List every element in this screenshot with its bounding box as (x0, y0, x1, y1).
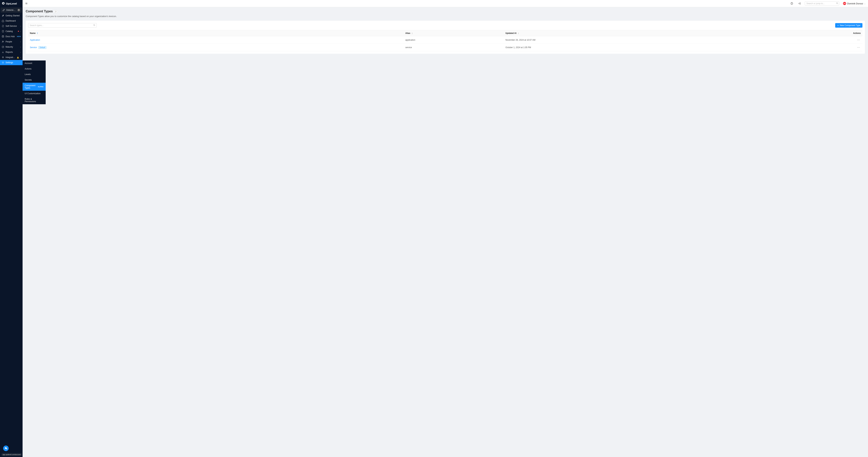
column-header-updated[interactable]: Updated At ▲▼ (504, 30, 779, 36)
sidebar-item-dashboard[interactable]: Dashboard (0, 18, 23, 24)
chevron-right-icon: › (20, 51, 21, 53)
avatar: DD (843, 2, 846, 5)
submenu-item-label: Levels (25, 73, 31, 76)
help-icon[interactable] (790, 2, 793, 5)
sidebar-item-label: Maturity (5, 46, 19, 48)
sidebar-item-label: Getting Started (5, 15, 21, 17)
brand-name: OpsLevel (6, 2, 17, 5)
table-row: Application application November 26, 202… (28, 36, 863, 44)
submenu-item-label: Secrets (25, 79, 32, 81)
svg-point-2 (3, 15, 3, 16)
announcement-icon[interactable] (798, 2, 801, 5)
users-icon (2, 40, 4, 43)
sort-icon: ▲▼ (412, 32, 413, 34)
sidebar-item-settings[interactable]: Settings › (0, 60, 23, 65)
sort-icon: ▲▼ (518, 32, 519, 34)
svg-rect-3 (2, 30, 4, 32)
notification-dot-icon (18, 31, 19, 32)
sidebar: OpsLevel Detected Services 0 Getting Sta… (0, 0, 23, 457)
submenu-item-actions[interactable]: Actions (23, 66, 45, 72)
sidebar-item-catalog[interactable]: Catalog › (0, 29, 23, 34)
settings-submenu: Account Actions Levels Secrets Component… (23, 60, 45, 104)
sidebar-item-integrations[interactable]: Integrations ⚠️ › (0, 55, 23, 60)
file-icon (2, 30, 4, 32)
column-header-name[interactable]: Name ▲▼ (28, 30, 404, 36)
sidebar-item-maturity[interactable]: Maturity › (0, 44, 23, 50)
sidebar-item-getting-started[interactable]: Getting Started (0, 13, 23, 18)
chat-bubble-button[interactable] (3, 446, 9, 451)
sidebar-item-label: Self-Service (5, 25, 19, 27)
sidebar-item-label: Detected Services (6, 9, 16, 11)
submenu-item-label: Actions (25, 67, 31, 70)
topbar: DD Dominik Dorosz ⌄ (23, 0, 868, 7)
chevron-right-icon: › (20, 41, 21, 43)
sidebar-item-label: Settings (5, 61, 19, 64)
type-name-link[interactable]: Application (30, 39, 40, 41)
type-name-link[interactable]: Service (30, 46, 37, 49)
submenu-item-roles-permissions[interactable]: Roles & Permissions (23, 96, 45, 104)
url-hint: app.opslevel.com/account (1, 453, 22, 456)
sidebar-collapse-button[interactable] (25, 2, 28, 5)
svg-point-6 (2, 41, 3, 42)
sidebar-item-reports[interactable]: Reports › (0, 50, 23, 55)
wand-icon (2, 9, 5, 11)
sidebar-item-self-service[interactable]: Self-Service › (0, 24, 23, 29)
type-alias: service (404, 44, 504, 51)
submenu-item-label: Roles & Permissions (25, 98, 43, 103)
global-search (805, 1, 839, 5)
svg-marker-1 (3, 3, 4, 4)
submenu-item-account[interactable]: Account (23, 60, 45, 66)
types-search-input[interactable] (28, 23, 97, 28)
home-icon (2, 20, 4, 22)
submenu-item-component-types[interactable]: Component Types ALPHA (23, 83, 45, 91)
global-search-input[interactable] (805, 1, 839, 5)
plug-icon (2, 56, 4, 59)
gauge-icon (2, 46, 4, 48)
submenu-item-secrets[interactable]: Secrets (23, 77, 45, 83)
submenu-item-ui-customization[interactable]: UI Customization (23, 91, 45, 96)
column-header-label: Updated At (505, 32, 517, 34)
rocket-icon (2, 15, 4, 17)
column-header-alias[interactable]: Alias ▲▼ (404, 30, 504, 36)
row-actions-menu[interactable]: ··· (857, 46, 861, 49)
submenu-item-label: UI Customization (25, 92, 40, 95)
sidebar-item-detected-services[interactable]: Detected Services 0 (1, 7, 22, 13)
column-header-label: Alias (405, 32, 410, 34)
logo-icon (2, 2, 5, 5)
sidebar-item-label: Integrations (5, 56, 16, 59)
row-actions-menu[interactable]: ··· (857, 38, 861, 41)
column-header-label: Name (30, 32, 36, 34)
new-component-type-button[interactable]: + New Component Type (835, 23, 863, 28)
sort-icon: ▲▼ (37, 32, 38, 34)
count-badge: 0 (18, 9, 20, 11)
sidebar-item-label: Dashboard (5, 20, 21, 22)
chevron-right-icon: › (20, 30, 21, 32)
sidebar-item-people[interactable]: People › (0, 39, 23, 44)
table-row: Service Default service October 1, 2024 … (28, 44, 863, 51)
refresh-icon (2, 25, 4, 27)
component-types-table: Name ▲▼ Alias ▲▼ Updated At ▲▼ Actions (28, 30, 863, 51)
warning-icon: ⚠️ (17, 56, 19, 58)
gear-icon (2, 61, 4, 64)
submenu-item-label: Account (25, 62, 32, 64)
column-header-label: Actions (853, 32, 861, 34)
sidebar-item-label: People (5, 40, 19, 43)
sidebar-item-docs-hub[interactable]: Docs Hub NEW (0, 34, 23, 39)
sidebar-item-label: Catalog (5, 30, 17, 32)
sidebar-item-label: Reports (5, 51, 19, 53)
sidebar-item-label: Docs Hub (5, 35, 16, 38)
default-tag: Default (38, 46, 46, 49)
chevron-right-icon: › (20, 46, 21, 48)
page-subtitle: Component Types allow you to customize t… (26, 15, 865, 18)
svg-rect-4 (2, 36, 4, 37)
page-header: Component Types 2 Component Types allow … (23, 7, 868, 21)
new-badge: NEW (17, 36, 21, 37)
plus-icon: + (837, 24, 839, 27)
chevron-right-icon: › (20, 62, 21, 64)
submenu-item-levels[interactable]: Levels (23, 72, 45, 77)
user-menu[interactable]: DD Dominik Dorosz ⌄ (843, 2, 866, 5)
type-updated: October 1, 2024 at 1:05 PM (504, 44, 779, 51)
button-label: New Component Type (840, 24, 860, 27)
brand-logo[interactable]: OpsLevel (0, 0, 23, 7)
content-card: + New Component Type Name ▲▼ Alias ▲▼ (26, 21, 865, 54)
